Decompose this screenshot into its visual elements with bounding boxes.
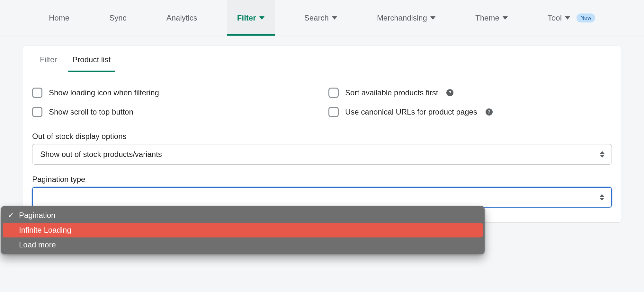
pagination-menu[interactable]: ✓ Pagination Infinite Loading Load more	[1, 206, 485, 254]
nav-label: Theme	[475, 13, 499, 22]
pagination-label: Pagination type	[32, 175, 612, 184]
chevron-down-icon	[565, 16, 570, 20]
subtab-label: Product list	[72, 55, 111, 64]
checkbox-icon[interactable]	[32, 107, 42, 117]
nav-label: Tool	[548, 13, 562, 22]
menu-item-pagination[interactable]: ✓ Pagination	[3, 208, 483, 223]
nav-label: Home	[49, 13, 69, 22]
subtabs: Filter Product list	[22, 46, 622, 72]
nav-label: Search	[304, 13, 329, 22]
new-badge: New	[577, 13, 595, 22]
checkbox-icon[interactable]	[32, 88, 42, 98]
menu-item-load-more[interactable]: Load more	[3, 237, 483, 252]
select-value: Show out of stock products/variants	[40, 150, 162, 159]
menu-item-infinite-loading[interactable]: Infinite Loading	[3, 223, 483, 237]
check-label: Show loading icon when filtering	[49, 88, 159, 97]
checkbox-grid: Show loading icon when filtering Show sc…	[32, 83, 612, 122]
settings-card: Filter Product list Show loading icon wh…	[22, 46, 622, 222]
nav-analytics[interactable]: Analytics	[156, 0, 208, 36]
nav-search[interactable]: Search	[294, 0, 347, 36]
check-sort-available[interactable]: Sort available products first ?	[328, 83, 612, 102]
chevron-down-icon	[503, 16, 508, 20]
menu-item-label: Infinite Loading	[19, 226, 71, 235]
pagination-select[interactable]	[32, 187, 612, 208]
select-stepper-icon	[600, 151, 604, 158]
nav-home[interactable]: Home	[39, 0, 80, 36]
subtab-product-list[interactable]: Product list	[65, 46, 118, 72]
check-label: Sort available products first	[345, 88, 438, 97]
nav-label: Analytics	[166, 13, 197, 22]
select-stepper-icon	[600, 194, 604, 201]
nav-label: Sync	[109, 13, 126, 22]
chevron-down-icon	[259, 16, 264, 20]
check-label: Use canonical URLs for product pages	[345, 107, 477, 116]
out-of-stock-select[interactable]: Show out of stock products/variants	[32, 144, 612, 165]
top-nav: Home Sync Analytics Filter Search Mercha…	[0, 0, 644, 36]
checkbox-icon[interactable]	[328, 107, 339, 117]
nav-label: Merchandising	[377, 13, 427, 22]
checkbox-icon[interactable]	[328, 88, 339, 98]
subtab-label: Filter	[40, 55, 57, 64]
card-body: Show loading icon when filtering Show sc…	[22, 72, 622, 222]
nav-sync[interactable]: Sync	[99, 0, 137, 36]
page: Filter Product list Show loading icon wh…	[0, 36, 644, 268]
check-canonical-urls[interactable]: Use canonical URLs for product pages ?	[328, 102, 612, 122]
subtab-filter[interactable]: Filter	[32, 46, 65, 72]
chevron-down-icon	[430, 16, 435, 20]
check-label: Show scroll to top button	[49, 107, 133, 116]
nav-tool[interactable]: Tool New	[537, 0, 605, 36]
chevron-down-icon	[332, 16, 337, 20]
check-icon: ✓	[7, 211, 14, 220]
nav-merchandising[interactable]: Merchandising	[367, 0, 446, 36]
out-of-stock-label: Out of stock display options	[32, 132, 612, 141]
nav-label: Filter	[237, 13, 256, 22]
menu-item-label: Pagination	[19, 211, 55, 220]
help-icon[interactable]: ?	[446, 89, 453, 96]
help-icon[interactable]: ?	[486, 108, 493, 116]
nav-theme[interactable]: Theme	[465, 0, 518, 36]
menu-item-label: Load more	[19, 240, 56, 249]
nav-filter[interactable]: Filter	[227, 0, 275, 36]
check-scroll-top[interactable]: Show scroll to top button	[32, 102, 316, 122]
check-loading-icon[interactable]: Show loading icon when filtering	[32, 83, 316, 102]
